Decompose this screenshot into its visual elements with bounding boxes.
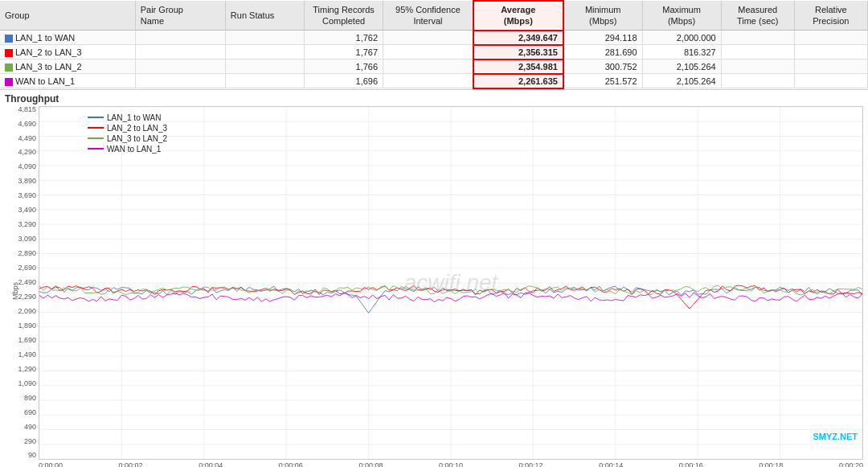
cell-maximum: 2,105.264 [642,59,721,74]
cell-pair-group [135,31,225,45]
legend-label: LAN_1 to WAN [107,113,161,122]
cell-maximum: 2,105.264 [642,74,721,88]
x-label: 0:00:02 [119,461,143,467]
cell-group: WAN to LAN_1 [0,74,135,88]
x-label: 0:00:00 [39,461,63,467]
row-icon [5,63,13,72]
cell-maximum: 816.327 [642,45,721,59]
x-label: 0:00:14 [599,461,623,467]
y-label: 90 [28,452,36,459]
cell-average: 2,354.981 [473,59,563,74]
cell-measured-time [721,31,794,45]
y-label: 4,490 [18,135,36,142]
x-label: 0:00:08 [358,461,383,467]
data-table-section: Group Pair GroupName Run Status Timing R… [0,0,868,90]
cell-confidence [383,45,473,59]
y-axis-unit: Mbps [11,282,19,300]
cell-minimum: 251.572 [563,74,642,88]
y-label: 690 [24,409,36,416]
y-label: 2,290 [18,293,36,301]
table-row: LAN_2 to LAN_3 1,767 2,356.315 281.690 8… [0,45,868,59]
cell-confidence [383,74,473,88]
legend-item: WAN to LAN_1 [88,145,167,154]
col-relative-precision: RelativePrecision [794,1,867,31]
y-label: 2,490 [18,279,36,286]
cell-measured-time [721,74,794,88]
x-label: 0:00:12 [519,461,543,467]
y-label: 2,690 [18,264,36,272]
chart-title: Throughput [5,93,863,104]
col-records: Timing RecordsCompleted [304,1,383,31]
cell-pair-group [135,59,225,74]
cell-group: LAN_3 to LAN_2 [0,59,135,74]
results-table: Group Pair GroupName Run Status Timing R… [0,0,868,89]
cell-run-status [225,45,304,59]
legend-item: LAN_3 to LAN_2 [88,134,167,143]
col-confidence: 95% ConfidenceInterval [383,1,473,31]
col-average: Average(Mbps) [473,1,563,31]
col-maximum: Maximum(Mbps) [642,1,721,31]
cell-records: 1,696 [304,74,383,88]
legend-label: LAN_3 to LAN_2 [107,134,167,143]
col-run-status: Run Status [225,1,304,31]
y-label: 890 [24,395,36,402]
cell-run-status [225,74,304,88]
row-icon [5,49,13,57]
cell-confidence [383,59,473,74]
legend-line [88,117,104,118]
cell-average: 2,349.647 [473,31,563,45]
y-label: 4,090 [18,163,36,170]
legend-item: LAN_1 to WAN [88,113,167,122]
cell-run-status [225,59,304,74]
y-label: 490 [24,424,36,431]
cell-minimum: 294.118 [563,31,642,45]
cell-average: 2,261.635 [473,74,563,88]
col-group: Group [0,1,135,31]
y-axis: 4,8154,6904,4904,2904,0903,8903,6903,490… [5,106,39,460]
cell-pair-group [135,45,225,59]
row-icon [5,78,13,86]
cell-group: LAN_2 to LAN_3 [0,45,135,59]
x-axis: 0:00:000:00:020:00:040:00:060:00:080:00:… [39,460,863,467]
x-label: 0:00:18 [759,461,783,467]
cell-relative-precision [794,74,867,88]
cell-records: 1,766 [304,59,383,74]
legend-line [88,137,104,139]
brand-text: SMYZ.NET [813,432,858,441]
cell-average: 2,356.315 [473,45,563,59]
cell-measured-time [721,45,794,59]
chart-container: 4,8154,6904,4904,2904,0903,8903,6903,490… [5,106,863,467]
y-label: 3,890 [18,178,36,185]
y-label: 3,490 [18,207,36,214]
legend-label: WAN to LAN_1 [107,145,161,154]
table-row: LAN_3 to LAN_2 1,766 2,354.981 300.752 2… [0,59,868,74]
y-label: 1,090 [18,380,36,387]
chart-legend: LAN_1 to WANLAN_2 to LAN_3LAN_3 to LAN_2… [88,113,167,155]
cell-group: LAN_1 to WAN [0,31,135,45]
cell-relative-precision [794,31,867,45]
y-label: 1,290 [18,366,36,373]
cell-relative-precision [794,59,867,74]
y-label: 4,290 [18,149,36,156]
col-minimum: Minimum(Mbps) [563,1,642,31]
x-label: 0:00:16 [679,461,703,467]
cell-run-status [225,31,304,45]
x-label: 0:00:06 [279,461,303,467]
chart-area: LAN_1 to WANLAN_2 to LAN_3LAN_3 to LAN_2… [39,106,863,460]
legend-label: LAN_2 to LAN_3 [107,124,167,133]
cell-relative-precision [794,45,867,59]
y-label: 3,290 [18,221,36,228]
legend-item: LAN_2 to LAN_3 [88,124,167,133]
y-label: 2,890 [18,250,36,257]
x-label: 0:00:20 [839,461,863,467]
legend-line [88,148,104,150]
cell-maximum: 2,000.000 [642,31,721,45]
cell-minimum: 300.752 [563,59,642,74]
row-icon [5,35,13,43]
y-label: 3,690 [18,192,36,199]
y-label: 3,090 [18,236,36,243]
cell-records: 1,767 [304,45,383,59]
cell-records: 1,762 [304,31,383,45]
y-label: 1,690 [18,337,36,344]
table-row: WAN to LAN_1 1,696 2,261.635 251.572 2,1… [0,74,868,88]
